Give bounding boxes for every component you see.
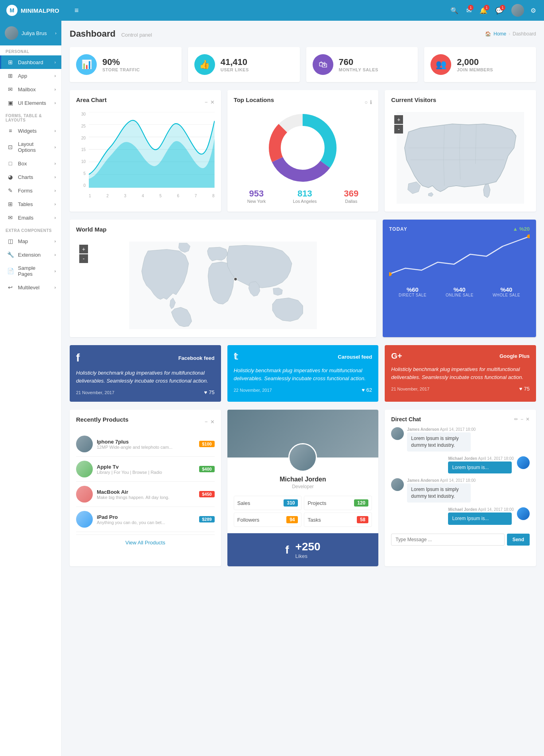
sidebar-item-tables[interactable]: ⊞ Tables › [0,197,61,211]
sidebar-label-box: Box [18,161,51,167]
sidebar-item-mailbox[interactable]: ✉ Mailbox › [0,82,61,96]
sidebar-label-multilevel: Multilevel [18,285,51,291]
chart-area-svg [89,112,215,188]
info-icon[interactable]: ℹ [370,99,372,105]
donut-svg [267,112,339,184]
today-label: TODAY [389,226,407,232]
search-icon: 🔍 [450,7,458,14]
fb-header: f Facebook feed [76,351,215,364]
profile-cover [227,410,379,458]
today-whole-sale: %40 WHOLE SALE [493,286,520,297]
map-icon: ◫ [7,238,14,244]
minimize-icon[interactable]: − [205,99,208,105]
sidebar-item-extension[interactable]: 🔧 Extension › [0,248,61,261]
members-value: 2,000 [457,57,493,67]
chat-bubble-1: Lorem Ipsum is... [448,461,512,474]
chat-message-0: James Anderson April 14, 2017 18:00 Lore… [391,427,530,452]
stat-card-likes: 👍 41,410 USER LIKES [188,47,300,82]
chat-edit-icon[interactable]: ✏ [514,416,518,422]
products-close[interactable]: ✕ [210,419,215,425]
sidebar-item-emails[interactable]: ✉ Emails › [0,211,61,224]
members-label: JOIN MEMBERS [457,67,493,72]
sidebar-item-widgets[interactable]: ≡ Widgets › [0,124,61,137]
profile-role: Developer [234,484,372,489]
tw-footer: 22 November, 2017 ♥ 62 [234,387,372,393]
donut-chart-title: Top Locations [234,96,274,103]
sidebar-item-multilevel[interactable]: ↩ Multilevel › [0,281,61,294]
logo-icon: M [6,5,18,16]
world-map-svg [76,242,370,329]
sidebar-item-sample-pages[interactable]: 📄 Sample Pages › [0,261,61,281]
search-icon-wrap[interactable]: 🔍 [450,7,458,14]
fb-likes-label: Likes [295,553,321,559]
breadcrumb-home[interactable]: Home [493,31,506,37]
sidebar-item-box[interactable]: □ Box › [0,157,61,170]
sidebar-item-forms[interactable]: ✎ Forms › [0,184,61,197]
page-title-wrap: Dashboard Control panel [70,29,152,39]
chat-input[interactable] [391,534,504,546]
close-icon[interactable]: ✕ [210,99,215,105]
sidebar-item-dashboard[interactable]: ⊞ Dashboard › [0,55,61,69]
sidebar: Juliya Brus › PERSONAL ⊞ Dashboard › ⊞ A… [0,21,62,756]
hamburger-button[interactable]: ≡ [74,6,79,15]
la-label: Los Angeles [293,199,317,204]
chat-send-button[interactable]: Send [507,534,530,546]
chat-icon-wrap[interactable]: 💬 1 [495,7,503,14]
products-minimize[interactable]: − [205,419,208,425]
sidebar-item-ui-elements[interactable]: ▣ UI Elements › [0,96,61,110]
today-card: TODAY ▲ %20 %60 DIR [383,220,536,337]
user-avatar[interactable] [511,4,524,17]
chat-minimize-icon[interactable]: − [521,416,523,422]
product-info-0: Iphone 7plus 12MP Wide-angle and telepho… [97,439,172,450]
multilevel-icon: ↩ [7,284,14,291]
sidebar-item-charts[interactable]: ◕ Charts › [0,170,61,184]
chat-badge: 1 [500,5,505,10]
sidebar-label-layout: Layout Options [18,141,51,153]
sales-text: 760 MONTHLY SALES [339,57,378,72]
bell-icon-wrap[interactable]: 🔔 1 [479,7,487,14]
sidebar-user-name: Juliya Brus [22,30,52,36]
fb-likes: ♥ 75 [204,389,214,395]
settings-icon-wrap[interactable]: ⚙ [530,7,536,14]
forms-icon: ✎ [7,187,14,194]
tw-text: Holisticly benchmark plug imperatives fo… [234,367,372,382]
fb-date: 21 November, 2017 [76,390,114,395]
visitors-title: Current Visitors [391,96,436,103]
world-map-card: World Map + - [70,220,376,337]
sidebar-item-layout[interactable]: ⊡ Layout Options › [0,137,61,157]
world-zoom-in[interactable]: + [79,245,88,253]
today-direct-sale: %60 DIRECT SALE [399,286,427,297]
sidebar-item-map[interactable]: ◫ Map › [0,234,61,248]
direct-sale-label: DIRECT SALE [399,293,427,297]
fb-feed-label: Facebook feed [178,355,215,361]
sidebar-label-forms: Forms [18,188,51,194]
product-desc-2: Make big things happen. All day long. [97,495,169,500]
fb-footer: 21 November, 2017 ♥ 75 [76,389,215,395]
settings-icon: ⚙ [530,7,536,14]
chat-close-icon[interactable]: ✕ [526,416,530,422]
chat-avatar-1 [517,456,530,469]
product-thumb-2 [76,486,93,503]
sidebar-user[interactable]: Juliya Brus › [0,21,61,45]
us-map-svg [391,112,530,204]
world-zoom-out[interactable]: - [79,254,88,263]
sales-label: MONTHLY SALES [339,67,378,72]
tw-header: 𝕥 Carousel feed [234,351,372,362]
visitors-zoom-out[interactable]: - [394,125,403,134]
sample-pages-icon: 📄 [7,268,14,274]
visitors-zoom-in[interactable]: + [394,115,403,124]
donut-stat-dallas: 369 Dallas [344,189,359,204]
gp-footer: 21 November, 2017 ♥ 75 [391,386,530,392]
view-all-products[interactable]: View All Products [76,534,215,550]
profile-avatar [288,443,317,472]
sidebar-label-app: App [18,73,51,79]
product-item-0: Iphone 7plus 12MP Wide-angle and telepho… [76,432,215,457]
donut-chart-card: Top Locations ○ ℹ [227,90,379,212]
mail-icon-wrap[interactable]: ✉ 1 [466,7,472,14]
googleplus-feed-card: G+ Google Plus Holisticly benchmark plug… [385,345,536,402]
profile-stat-projects: Projects 120 [304,496,372,510]
today-header: TODAY ▲ %20 [389,226,530,232]
product-price-3: $289 [199,516,214,522]
sidebar-item-app[interactable]: ⊞ App › [0,69,61,82]
sidebar-label-tables: Tables [18,201,51,207]
